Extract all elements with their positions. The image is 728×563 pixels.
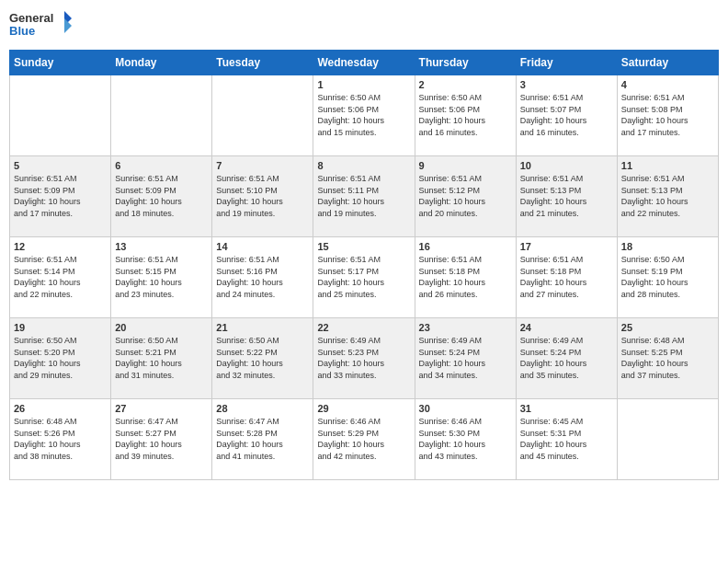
day-info: Sunrise: 6:51 AM Sunset: 5:08 PM Dayligh…: [621, 92, 714, 138]
weekday-header-cell: Tuesday: [212, 51, 313, 75]
page-header: General Blue: [9, 9, 719, 42]
calendar-week-row: 1Sunrise: 6:50 AM Sunset: 5:06 PM Daylig…: [10, 75, 719, 156]
day-number: 22: [317, 322, 410, 333]
day-number: 29: [317, 403, 410, 414]
day-info: Sunrise: 6:51 AM Sunset: 5:18 PM Dayligh…: [419, 254, 512, 300]
calendar-day-cell: 29Sunrise: 6:46 AM Sunset: 5:29 PM Dayli…: [313, 399, 415, 480]
calendar-day-cell: 18Sunrise: 6:50 AM Sunset: 5:19 PM Dayli…: [617, 237, 718, 318]
day-number: 2: [419, 79, 512, 90]
calendar-day-cell: 16Sunrise: 6:51 AM Sunset: 5:18 PM Dayli…: [415, 237, 516, 318]
day-number: 18: [621, 241, 714, 252]
day-info: Sunrise: 6:51 AM Sunset: 5:14 PM Dayligh…: [14, 254, 107, 300]
calendar-day-cell: 8Sunrise: 6:51 AM Sunset: 5:11 PM Daylig…: [313, 156, 415, 237]
calendar-day-cell: 13Sunrise: 6:51 AM Sunset: 5:15 PM Dayli…: [111, 237, 212, 318]
day-info: Sunrise: 6:51 AM Sunset: 5:13 PM Dayligh…: [520, 173, 613, 219]
calendar-day-cell: 20Sunrise: 6:50 AM Sunset: 5:21 PM Dayli…: [111, 318, 212, 399]
calendar-day-cell: 4Sunrise: 6:51 AM Sunset: 5:08 PM Daylig…: [617, 75, 718, 156]
day-number: 4: [621, 79, 714, 90]
calendar-day-cell: [212, 75, 313, 156]
calendar-day-cell: 6Sunrise: 6:51 AM Sunset: 5:09 PM Daylig…: [111, 156, 212, 237]
day-info: Sunrise: 6:49 AM Sunset: 5:23 PM Dayligh…: [317, 335, 410, 381]
day-number: 13: [115, 241, 208, 252]
day-number: 23: [419, 322, 512, 333]
weekday-header-cell: Sunday: [10, 51, 111, 75]
day-info: Sunrise: 6:51 AM Sunset: 5:17 PM Dayligh…: [317, 254, 410, 300]
calendar-day-cell: [617, 399, 718, 480]
logo: General Blue: [9, 9, 74, 42]
day-number: 14: [216, 241, 309, 252]
day-info: Sunrise: 6:51 AM Sunset: 5:07 PM Dayligh…: [520, 92, 613, 138]
day-number: 26: [14, 403, 107, 414]
day-number: 17: [520, 241, 613, 252]
day-number: 31: [520, 403, 613, 414]
calendar-day-cell: 19Sunrise: 6:50 AM Sunset: 5:20 PM Dayli…: [10, 318, 111, 399]
day-info: Sunrise: 6:49 AM Sunset: 5:24 PM Dayligh…: [419, 335, 512, 381]
calendar-day-cell: 27Sunrise: 6:47 AM Sunset: 5:27 PM Dayli…: [111, 399, 212, 480]
svg-text:Blue: Blue: [9, 24, 35, 38]
calendar-day-cell: [10, 75, 111, 156]
day-number: 20: [115, 322, 208, 333]
day-number: 27: [115, 403, 208, 414]
calendar-week-row: 19Sunrise: 6:50 AM Sunset: 5:20 PM Dayli…: [10, 318, 719, 399]
day-info: Sunrise: 6:51 AM Sunset: 5:18 PM Dayligh…: [520, 254, 613, 300]
day-number: 28: [216, 403, 309, 414]
calendar-day-cell: 25Sunrise: 6:48 AM Sunset: 5:25 PM Dayli…: [617, 318, 718, 399]
calendar-week-row: 12Sunrise: 6:51 AM Sunset: 5:14 PM Dayli…: [10, 237, 719, 318]
day-number: 1: [317, 79, 410, 90]
day-number: 6: [115, 160, 208, 171]
day-info: Sunrise: 6:50 AM Sunset: 5:06 PM Dayligh…: [419, 92, 512, 138]
calendar-day-cell: 26Sunrise: 6:48 AM Sunset: 5:26 PM Dayli…: [10, 399, 111, 480]
day-info: Sunrise: 6:49 AM Sunset: 5:24 PM Dayligh…: [520, 335, 613, 381]
day-info: Sunrise: 6:45 AM Sunset: 5:31 PM Dayligh…: [520, 416, 613, 462]
calendar-day-cell: 12Sunrise: 6:51 AM Sunset: 5:14 PM Dayli…: [10, 237, 111, 318]
day-number: 8: [317, 160, 410, 171]
calendar-day-cell: 24Sunrise: 6:49 AM Sunset: 5:24 PM Dayli…: [516, 318, 617, 399]
calendar-day-cell: 31Sunrise: 6:45 AM Sunset: 5:31 PM Dayli…: [516, 399, 617, 480]
weekday-header-cell: Monday: [111, 51, 212, 75]
weekday-header-row: SundayMondayTuesdayWednesdayThursdayFrid…: [10, 51, 719, 75]
calendar-day-cell: 30Sunrise: 6:46 AM Sunset: 5:30 PM Dayli…: [415, 399, 516, 480]
day-info: Sunrise: 6:51 AM Sunset: 5:10 PM Dayligh…: [216, 173, 309, 219]
day-number: 9: [419, 160, 512, 171]
day-number: 12: [14, 241, 107, 252]
calendar-day-cell: 14Sunrise: 6:51 AM Sunset: 5:16 PM Dayli…: [212, 237, 313, 318]
day-number: 15: [317, 241, 410, 252]
day-info: Sunrise: 6:51 AM Sunset: 5:13 PM Dayligh…: [621, 173, 714, 219]
day-number: 24: [520, 322, 613, 333]
calendar-day-cell: 28Sunrise: 6:47 AM Sunset: 5:28 PM Dayli…: [212, 399, 313, 480]
calendar-day-cell: 23Sunrise: 6:49 AM Sunset: 5:24 PM Dayli…: [415, 318, 516, 399]
weekday-header-cell: Saturday: [617, 51, 718, 75]
day-info: Sunrise: 6:46 AM Sunset: 5:29 PM Dayligh…: [317, 416, 410, 462]
calendar-day-cell: 15Sunrise: 6:51 AM Sunset: 5:17 PM Dayli…: [313, 237, 415, 318]
logo-svg: General Blue: [9, 9, 74, 42]
calendar-day-cell: 2Sunrise: 6:50 AM Sunset: 5:06 PM Daylig…: [415, 75, 516, 156]
day-info: Sunrise: 6:50 AM Sunset: 5:20 PM Dayligh…: [14, 335, 107, 381]
weekday-header-cell: Thursday: [415, 51, 516, 75]
calendar-day-cell: 3Sunrise: 6:51 AM Sunset: 5:07 PM Daylig…: [516, 75, 617, 156]
day-number: 16: [419, 241, 512, 252]
day-info: Sunrise: 6:46 AM Sunset: 5:30 PM Dayligh…: [419, 416, 512, 462]
day-info: Sunrise: 6:50 AM Sunset: 5:21 PM Dayligh…: [115, 335, 208, 381]
calendar-week-row: 5Sunrise: 6:51 AM Sunset: 5:09 PM Daylig…: [10, 156, 719, 237]
calendar-day-cell: 5Sunrise: 6:51 AM Sunset: 5:09 PM Daylig…: [10, 156, 111, 237]
day-info: Sunrise: 6:51 AM Sunset: 5:11 PM Dayligh…: [317, 173, 410, 219]
calendar-body: 1Sunrise: 6:50 AM Sunset: 5:06 PM Daylig…: [10, 75, 719, 480]
calendar-day-cell: 9Sunrise: 6:51 AM Sunset: 5:12 PM Daylig…: [415, 156, 516, 237]
day-number: 30: [419, 403, 512, 414]
calendar-day-cell: 11Sunrise: 6:51 AM Sunset: 5:13 PM Dayli…: [617, 156, 718, 237]
day-info: Sunrise: 6:51 AM Sunset: 5:16 PM Dayligh…: [216, 254, 309, 300]
calendar-table: SundayMondayTuesdayWednesdayThursdayFrid…: [9, 50, 719, 480]
day-info: Sunrise: 6:47 AM Sunset: 5:28 PM Dayligh…: [216, 416, 309, 462]
calendar-day-cell: 10Sunrise: 6:51 AM Sunset: 5:13 PM Dayli…: [516, 156, 617, 237]
day-number: 11: [621, 160, 714, 171]
day-number: 5: [14, 160, 107, 171]
calendar-day-cell: 7Sunrise: 6:51 AM Sunset: 5:10 PM Daylig…: [212, 156, 313, 237]
calendar-day-cell: 1Sunrise: 6:50 AM Sunset: 5:06 PM Daylig…: [313, 75, 415, 156]
calendar-day-cell: 17Sunrise: 6:51 AM Sunset: 5:18 PM Dayli…: [516, 237, 617, 318]
day-info: Sunrise: 6:51 AM Sunset: 5:15 PM Dayligh…: [115, 254, 208, 300]
day-number: 7: [216, 160, 309, 171]
day-info: Sunrise: 6:51 AM Sunset: 5:09 PM Dayligh…: [14, 173, 107, 219]
day-info: Sunrise: 6:48 AM Sunset: 5:25 PM Dayligh…: [621, 335, 714, 381]
calendar-week-row: 26Sunrise: 6:48 AM Sunset: 5:26 PM Dayli…: [10, 399, 719, 480]
day-info: Sunrise: 6:50 AM Sunset: 5:22 PM Dayligh…: [216, 335, 309, 381]
